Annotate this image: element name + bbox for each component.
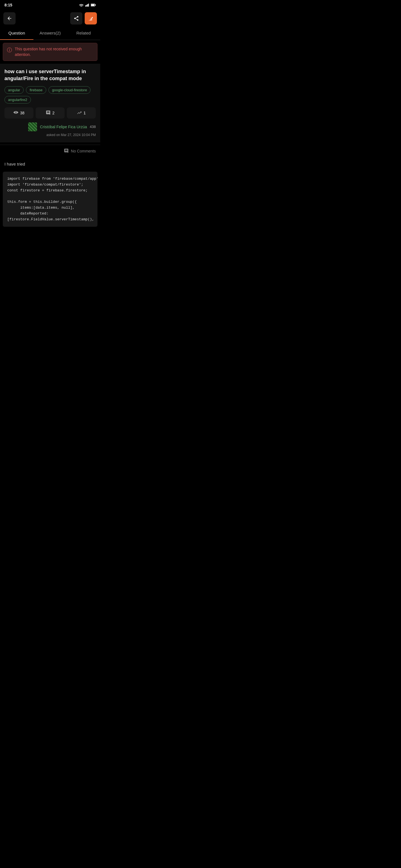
question-title: how can i use serverTimestamp in angular… (4, 68, 96, 82)
question-body: I have tried (0, 157, 100, 170)
code-block: import firebase from 'firebase/compat/ap… (3, 172, 97, 227)
wifi-icon (79, 3, 84, 7)
stat-views: 38 (4, 107, 33, 119)
comment-bubble-icon (64, 148, 69, 154)
battery-icon (91, 3, 96, 7)
trending-icon (77, 110, 82, 116)
comments-value: 2 (52, 111, 55, 115)
warning-banner: ⓘ This question has not received enough … (3, 43, 97, 61)
tags-container: angular firebase google-cloud-firestore … (4, 86, 96, 103)
author-name[interactable]: Cristóbal Felipe Fica Urzúa (40, 125, 87, 129)
tag-google-cloud-firestore[interactable]: google-cloud-firestore (49, 86, 91, 94)
tab-related[interactable]: Related (67, 27, 100, 40)
asked-date: asked on Mar 27, 2024 10:04 PM (4, 133, 96, 137)
share-icon (74, 16, 79, 21)
signal-icon (85, 3, 89, 7)
no-comments-label: No Comments (71, 149, 96, 153)
stackoverflow-icon (88, 16, 93, 21)
stat-comments: 2 (36, 107, 65, 119)
stats-row: 38 2 1 (4, 107, 96, 119)
comments-section: No Comments (0, 145, 100, 157)
author-row: Cristóbal Felipe Fica Urzúa 438 (4, 122, 96, 131)
status-bar: 8:15 (0, 0, 100, 10)
svg-rect-3 (88, 4, 89, 7)
svg-rect-6 (95, 4, 96, 6)
svg-rect-5 (91, 4, 94, 6)
tabs-container: Question Answers(2) Related (0, 27, 100, 40)
tab-question[interactable]: Question (0, 27, 33, 40)
share-button[interactable] (70, 12, 82, 25)
svg-rect-2 (87, 4, 88, 6)
trending-value: 1 (84, 111, 86, 115)
status-time: 8:15 (4, 3, 12, 7)
question-card: how can i use serverTimestamp in angular… (0, 64, 100, 142)
tag-angular[interactable]: angular (4, 86, 24, 94)
author-avatar (28, 122, 37, 131)
views-value: 38 (20, 111, 25, 115)
stackoverflow-button[interactable] (85, 12, 97, 25)
views-icon (13, 111, 18, 116)
body-intro-text: I have tried (4, 162, 25, 166)
stat-trending: 1 (67, 107, 96, 119)
status-icons (79, 3, 96, 7)
svg-rect-1 (86, 5, 87, 6)
tag-angularfire2[interactable]: angularfire2 (4, 96, 31, 103)
warning-icon: ⓘ (7, 47, 12, 54)
tab-answers[interactable]: Answers(2) (33, 27, 67, 40)
warning-text: This question has not received enough at… (15, 46, 93, 57)
tag-firebase[interactable]: firebase (26, 86, 46, 94)
comments-icon (46, 110, 51, 116)
back-icon (7, 16, 12, 21)
svg-rect-0 (85, 5, 86, 6)
back-button[interactable] (3, 12, 16, 25)
nav-right-buttons (70, 12, 97, 25)
top-nav (0, 10, 100, 27)
author-reputation: 438 (90, 125, 96, 129)
